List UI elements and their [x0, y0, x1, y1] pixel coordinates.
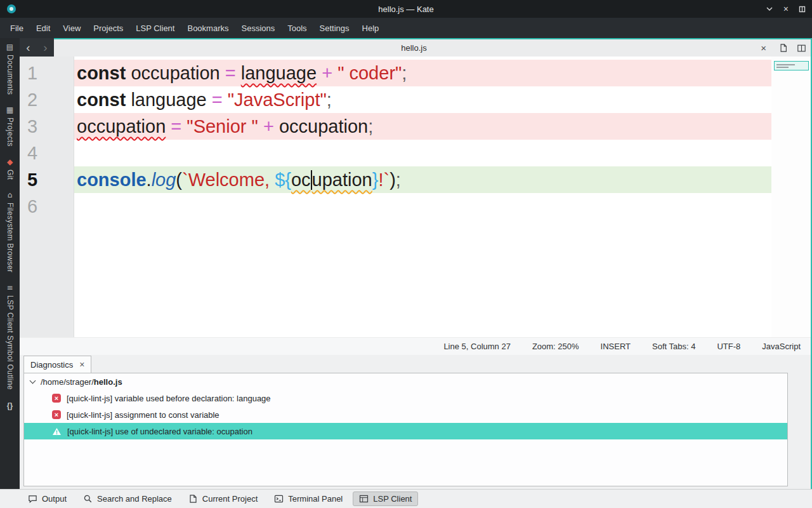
- code-line-6[interactable]: [74, 193, 771, 220]
- code-token: ;: [368, 116, 373, 137]
- minimap[interactable]: [771, 57, 811, 337]
- code-token: ;: [402, 63, 407, 83]
- code-token: =: [212, 90, 223, 110]
- sidebar-item-projects[interactable]: ▦Projects: [6, 106, 15, 147]
- code-token: [332, 63, 337, 83]
- status-encoding[interactable]: UTF-8: [717, 342, 740, 351]
- code-token: +: [322, 63, 332, 83]
- code-token: const: [77, 90, 126, 110]
- code-token: "Senior ": [187, 116, 258, 137]
- diagnostics-tab-label: Diagnostics: [30, 360, 73, 370]
- code-token: ;: [327, 90, 332, 110]
- status-zoom-level[interactable]: Zoom: 250%: [532, 342, 579, 351]
- menu-tools[interactable]: Tools: [281, 18, 313, 38]
- sidebar-item-filesystem-browser[interactable]: ⌂Filesystem Browser: [6, 191, 15, 272]
- back-icon[interactable]: ‹: [20, 38, 37, 57]
- code-line-5[interactable]: console.log(`Welcome, ${ocupation}!`);: [74, 166, 771, 193]
- diagnostics-panel: Diagnostics × /home/strager/hello.js ×[q…: [20, 355, 811, 489]
- sidebar-item-documents[interactable]: ▤Documents: [6, 43, 15, 95]
- close-window-icon[interactable]: ×: [783, 4, 789, 14]
- tab-diagnostics[interactable]: Diagnostics ×: [23, 356, 91, 373]
- code-line-2[interactable]: const language = "JavaScript";: [74, 86, 771, 113]
- code-token: console: [77, 170, 147, 190]
- toolbar-search-and-replace[interactable]: Search and Replace: [77, 491, 178, 506]
- kate-app-icon: [6, 4, 16, 14]
- status-tab-settings[interactable]: Soft Tabs: 4: [652, 342, 695, 351]
- split-view-icon[interactable]: [792, 39, 811, 57]
- menu-sessions[interactable]: Sessions: [235, 18, 282, 38]
- panel-tabbar: Diagnostics ×: [20, 355, 811, 373]
- code-token: occupation: [274, 116, 368, 137]
- search-icon: [83, 494, 93, 504]
- menu-projects[interactable]: Projects: [87, 18, 129, 38]
- new-document-icon[interactable]: [774, 39, 792, 57]
- diagnostic-row[interactable]: [quick-lint-js] use of undeclared variab…: [24, 423, 787, 439]
- menu-bookmarks[interactable]: Bookmarks: [181, 18, 235, 38]
- menu-edit[interactable]: Edit: [30, 18, 56, 38]
- diagnostic-row[interactable]: ×[quick-lint-js] assignment to const var…: [24, 406, 787, 423]
- project-icon: [188, 494, 198, 504]
- line-number: 1: [20, 60, 74, 86]
- menu-settings[interactable]: Settings: [313, 18, 356, 38]
- code-token: language: [126, 90, 211, 110]
- toolbar-output[interactable]: Output: [22, 491, 73, 506]
- menu-help[interactable]: Help: [356, 18, 386, 38]
- minimap-viewport[interactable]: [774, 61, 809, 70]
- titlebar: hello.js — Kate ×: [0, 0, 812, 18]
- line-number: 6: [20, 193, 74, 220]
- toolbar-lsp-client[interactable]: LSP Client: [353, 491, 418, 506]
- code-line-1[interactable]: const occupation = language + " coder";: [74, 60, 771, 86]
- documents-icon: ▤: [6, 43, 13, 51]
- menu-lsp-client[interactable]: LSP Client: [129, 18, 181, 38]
- status-syntax-mode[interactable]: JavaScript: [762, 342, 801, 351]
- error-icon: ×: [52, 410, 61, 419]
- error-icon: ×: [52, 394, 61, 403]
- sidebar-item-label: LSP Client Symbol Outline: [6, 295, 15, 390]
- diagnostic-message: [quick-lint-js] assignment to const vari…: [67, 410, 219, 420]
- diagnostic-message: [quick-lint-js] variable used before dec…: [67, 394, 271, 403]
- tab-close-icon[interactable]: ×: [761, 43, 766, 53]
- code-token: `Welcome,: [182, 170, 275, 190]
- diagnostics-file-row[interactable]: /home/strager/hello.js: [24, 373, 787, 390]
- toolbar-button-label: Current Project: [202, 494, 258, 504]
- status-cursor-position[interactable]: Line 5, Column 27: [443, 342, 511, 351]
- collapse-icon[interactable]: [30, 377, 36, 384]
- code-line-4[interactable]: [74, 140, 771, 166]
- editor[interactable]: 123456 const occupation = language + " c…: [20, 57, 811, 337]
- braces-icon[interactable]: {}: [7, 401, 13, 410]
- menu-view[interactable]: View: [56, 18, 87, 38]
- bottom-toolbar: OutputSearch and ReplaceCurrent ProjectT…: [0, 489, 812, 508]
- main-area: ▤Documents▦Projects◆Git⌂Filesystem Brows…: [0, 38, 812, 489]
- forward-icon[interactable]: ›: [37, 38, 54, 57]
- code-line-3[interactable]: occupation = "Senior " + occupation;: [74, 113, 771, 140]
- maximize-window-icon[interactable]: [799, 6, 806, 13]
- sidebar-item-label: Git: [6, 170, 15, 180]
- toolbar-current-project[interactable]: Current Project: [182, 491, 264, 506]
- status-input-mode[interactable]: INSERT: [601, 342, 631, 351]
- toolbar-terminal-panel[interactable]: Terminal Panel: [268, 491, 349, 506]
- code-area[interactable]: const occupation = language + " coder";c…: [74, 57, 771, 337]
- tab-hello-js[interactable]: hello.js ×: [54, 39, 774, 57]
- code-token: oc: [291, 170, 311, 190]
- tab-label: hello.js: [54, 43, 774, 53]
- diagnostics-close-icon[interactable]: ×: [79, 359, 84, 370]
- sidebar-item-label: Filesystem Browser: [6, 203, 15, 272]
- window-title: hello.js — Kate: [0, 4, 812, 14]
- shade-window-icon[interactable]: [766, 5, 773, 13]
- projects-icon: ▦: [6, 106, 13, 114]
- toolbar-button-label: LSP Client: [373, 494, 412, 504]
- code-token: !`: [378, 170, 390, 190]
- file-path: /home/strager/hello.js: [41, 377, 122, 387]
- sidebar-item-lsp-client-symbol-outline[interactable]: ≡LSP Client Symbol Outline: [6, 284, 15, 390]
- diagnostic-row[interactable]: ×[quick-lint-js] variable used before de…: [24, 390, 787, 406]
- terminal-icon: [274, 494, 284, 504]
- line-number: 5: [20, 166, 74, 193]
- tab-zone: hello.js ×: [54, 38, 811, 57]
- toolbar-button-label: Terminal Panel: [288, 494, 343, 504]
- sidebar-item-git[interactable]: ◆Git: [6, 158, 15, 180]
- code-token: occupation: [77, 116, 166, 137]
- statusbar: Line 5, Column 27Zoom: 250%INSERTSoft Ta…: [20, 337, 811, 355]
- code-token: ): [390, 170, 396, 190]
- code-token: [258, 116, 263, 137]
- menu-file[interactable]: File: [4, 18, 30, 38]
